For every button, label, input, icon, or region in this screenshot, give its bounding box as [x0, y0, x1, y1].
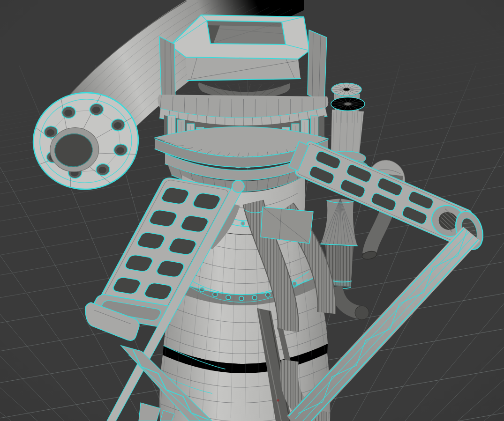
viewport-3d[interactable]: [0, 0, 504, 421]
vignette: [0, 0, 504, 421]
